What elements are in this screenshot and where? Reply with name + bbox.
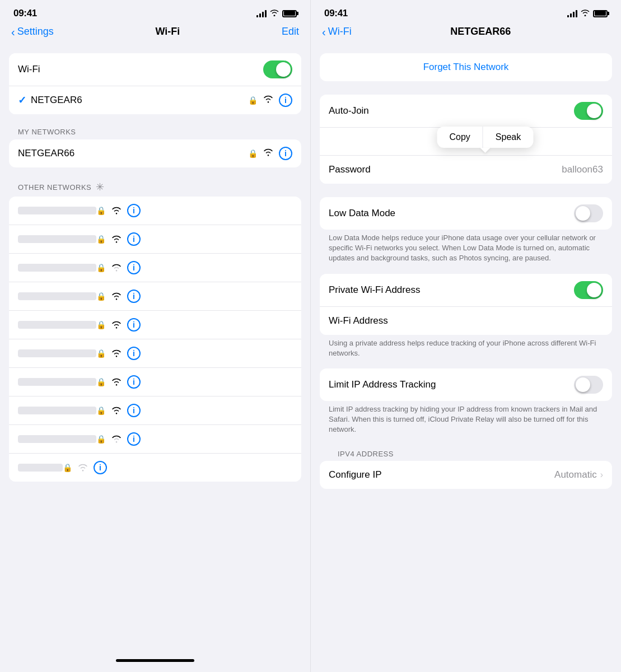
- limit-ip-knob: [576, 377, 590, 392]
- low-data-toggle[interactable]: [574, 204, 603, 222]
- other-network-row[interactable]: 🔒 i: [9, 311, 301, 339]
- my-network-icons: 🔒 i: [248, 147, 292, 160]
- auto-join-toggle[interactable]: [574, 102, 603, 120]
- forget-network-label: Forget This Network: [329, 62, 603, 73]
- password-value: balloon63: [562, 164, 603, 175]
- other-icons-1: 🔒 i: [96, 232, 141, 246]
- right-wifi-status-icon: [581, 8, 590, 18]
- other-network-row[interactable]: 🔒 i: [9, 197, 301, 225]
- low-data-card: Low Data Mode: [320, 197, 612, 230]
- other-lock-icon-2: 🔒: [96, 263, 106, 272]
- other-wifi-icon-4: [111, 321, 122, 329]
- forget-network-section: Forget This Network: [320, 53, 612, 81]
- other-icons-0: 🔒 i: [96, 204, 141, 217]
- forget-network-card: Forget This Network: [320, 53, 612, 81]
- right-status-icons: [567, 8, 608, 18]
- left-status-bar: 09:41: [0, 0, 310, 24]
- low-data-label: Low Data Mode: [329, 208, 574, 219]
- wifi-toggle-row: Wi-Fi: [9, 53, 301, 86]
- other-networks-card: 🔒 i 🔒 i 🔒 i: [9, 197, 301, 482]
- auto-join-row: Auto-Join: [320, 95, 612, 128]
- other-network-name-placeholder: [18, 435, 96, 443]
- wifi-signal-icon: [263, 95, 273, 105]
- other-network-row[interactable]: 🔒 i: [9, 396, 301, 425]
- auto-join-card: Auto-Join Copy Speak Password balloon63: [320, 95, 612, 184]
- other-info-icon-2[interactable]: i: [127, 261, 141, 274]
- wifi-toggle[interactable]: [263, 60, 292, 78]
- other-lock-icon-7: 🔒: [96, 406, 106, 415]
- speak-button[interactable]: Speak: [483, 127, 533, 148]
- other-network-row[interactable]: 🔒 i: [9, 454, 301, 482]
- other-info-icon-1[interactable]: i: [127, 232, 141, 246]
- other-info-icon-6[interactable]: i: [127, 375, 141, 389]
- private-wifi-label: Private Wi-Fi Address: [329, 284, 574, 296]
- other-network-name-placeholder: [18, 349, 96, 357]
- private-wifi-row: Private Wi-Fi Address: [320, 274, 612, 307]
- home-bar: [116, 659, 194, 662]
- copy-button[interactable]: Copy: [437, 127, 483, 148]
- copy-speak-popover: Copy Speak: [437, 127, 533, 148]
- edit-button[interactable]: Edit: [282, 26, 299, 38]
- settings-back-button[interactable]: ‹ Settings: [11, 26, 54, 38]
- other-lock-icon-3: 🔒: [96, 292, 106, 301]
- wifi-toggle-label: Wi-Fi: [18, 64, 263, 75]
- private-wifi-toggle[interactable]: [574, 281, 603, 299]
- other-info-icon-0[interactable]: i: [127, 204, 141, 217]
- my-network-info-icon[interactable]: i: [279, 147, 292, 160]
- low-data-description: Low Data Mode helps reduce your iPhone d…: [320, 230, 612, 269]
- other-network-row[interactable]: 🔒 i: [9, 254, 301, 282]
- left-nav-bar: ‹ Settings Wi-Fi Edit: [0, 24, 310, 44]
- other-network-row[interactable]: 🔒 i: [9, 339, 301, 368]
- other-network-row[interactable]: 🔒 i: [9, 368, 301, 396]
- back-settings-label: Settings: [17, 26, 54, 38]
- wifi-toggle-section: Wi-Fi ✓ NETGEAR6 🔒: [9, 53, 301, 114]
- other-network-name-placeholder: [18, 235, 96, 243]
- configure-ip-card: Configure IP Automatic ›: [320, 461, 612, 489]
- other-lock-icon-9: 🔒: [63, 463, 72, 472]
- other-info-icon-9[interactable]: i: [94, 461, 107, 474]
- right-nav-bar: ‹ Wi-Fi NETGEAR66: [311, 24, 621, 44]
- other-info-icon-5[interactable]: i: [127, 347, 141, 360]
- low-data-section: Low Data Mode Low Data Mode helps reduce…: [320, 197, 612, 269]
- configure-ip-row[interactable]: Configure IP Automatic ›: [320, 461, 612, 489]
- private-wifi-card: Private Wi-Fi Address Wi-Fi Address: [320, 274, 612, 335]
- other-wifi-icon-1: [111, 235, 122, 243]
- left-time: 09:41: [13, 8, 37, 19]
- right-time: 09:41: [324, 8, 348, 19]
- configure-ip-value: Automatic: [554, 469, 597, 480]
- forget-network-row[interactable]: Forget This Network: [320, 53, 612, 81]
- other-info-icon-7[interactable]: i: [127, 404, 141, 417]
- my-networks-label: MY NETWORKS: [0, 123, 310, 139]
- other-icons-7: 🔒 i: [96, 404, 141, 417]
- private-wifi-section: Private Wi-Fi Address Wi-Fi Address Usin…: [320, 274, 612, 364]
- other-icons-3: 🔒 i: [96, 290, 141, 303]
- right-battery-icon: [593, 10, 608, 17]
- other-info-icon-3[interactable]: i: [127, 290, 141, 303]
- other-wifi-icon-8: [111, 435, 122, 443]
- auto-join-toggle-knob: [587, 104, 601, 118]
- my-network-name: NETGEAR66: [18, 148, 248, 159]
- other-icons-9: 🔒 i: [63, 461, 107, 474]
- other-lock-icon-1: 🔒: [96, 235, 106, 244]
- other-lock-icon-4: 🔒: [96, 320, 106, 329]
- other-info-icon-4[interactable]: i: [127, 318, 141, 332]
- my-network-row[interactable]: NETGEAR66 🔒 i: [9, 139, 301, 167]
- other-network-row[interactable]: 🔒 i: [9, 282, 301, 311]
- other-icons-2: 🔒 i: [96, 261, 141, 274]
- other-network-name-placeholder: [18, 264, 96, 272]
- limit-ip-row: Limit IP Address Tracking: [320, 368, 612, 401]
- left-status-icons: [256, 9, 297, 18]
- network-info-icon[interactable]: i: [279, 94, 292, 107]
- limit-ip-toggle[interactable]: [574, 376, 603, 394]
- other-info-icon-8[interactable]: i: [127, 432, 141, 446]
- wifi-address-label: Wi-Fi Address: [329, 315, 603, 326]
- wifi-back-button[interactable]: ‹ Wi-Fi: [322, 26, 352, 38]
- signal-icon: [256, 10, 267, 17]
- other-lock-icon-8: 🔒: [96, 435, 106, 444]
- other-network-row[interactable]: 🔒 i: [9, 425, 301, 454]
- other-wifi-icon-9: [78, 464, 88, 472]
- left-nav-title: Wi-Fi: [155, 26, 180, 38]
- other-networks-header: OTHER NETWORKS ✳: [0, 176, 310, 197]
- other-network-row[interactable]: 🔒 i: [9, 225, 301, 254]
- right-signal-icon: [567, 10, 577, 17]
